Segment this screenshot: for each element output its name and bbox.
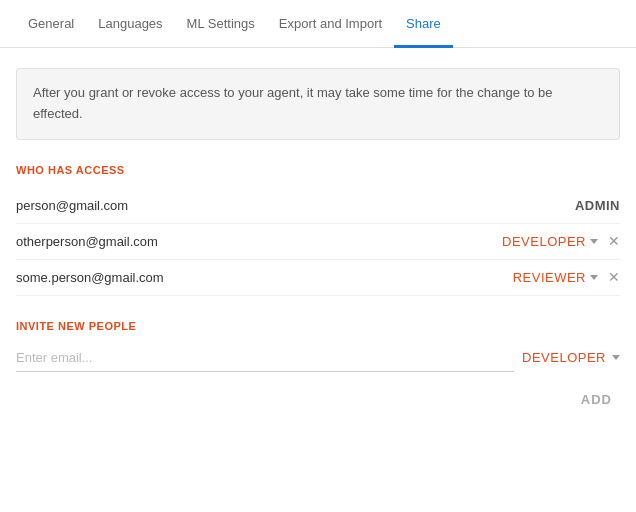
- role-dropdown-reviewer[interactable]: REVIEWER: [513, 270, 598, 285]
- invite-role-text: DEVELOPER: [522, 350, 606, 365]
- access-row: otherperson@gmail.com DEVELOPER ✕: [16, 224, 620, 260]
- add-button[interactable]: ADD: [573, 388, 620, 411]
- role-text-reviewer: REVIEWER: [513, 270, 586, 285]
- access-section-label: WHO HAS ACCESS: [16, 164, 620, 176]
- chevron-down-icon: [590, 239, 598, 244]
- access-row: some.person@gmail.com REVIEWER ✕: [16, 260, 620, 296]
- email-input[interactable]: [16, 344, 514, 372]
- access-role-right: ADMIN: [575, 198, 620, 213]
- remove-button[interactable]: ✕: [608, 270, 620, 284]
- access-email: some.person@gmail.com: [16, 270, 164, 285]
- chevron-down-icon: [612, 355, 620, 360]
- tab-ml-settings[interactable]: ML Settings: [175, 0, 267, 48]
- chevron-down-icon: [590, 275, 598, 280]
- tab-export-import[interactable]: Export and Import: [267, 0, 394, 48]
- invite-section-label: INVITE NEW PEOPLE: [16, 320, 620, 332]
- add-btn-row: ADD: [16, 388, 620, 411]
- invite-row: DEVELOPER: [16, 344, 620, 372]
- access-email: person@gmail.com: [16, 198, 128, 213]
- access-email: otherperson@gmail.com: [16, 234, 158, 249]
- access-role-right: DEVELOPER ✕: [502, 234, 620, 249]
- tab-general[interactable]: General: [16, 0, 86, 48]
- tab-share[interactable]: Share: [394, 0, 453, 48]
- nav-tabs: General Languages ML Settings Export and…: [0, 0, 636, 48]
- access-role-right: REVIEWER ✕: [513, 270, 620, 285]
- tab-languages[interactable]: Languages: [86, 0, 174, 48]
- info-message: After you grant or revoke access to your…: [16, 68, 620, 140]
- access-row: person@gmail.com ADMIN: [16, 188, 620, 224]
- invite-role-dropdown[interactable]: DEVELOPER: [522, 350, 620, 365]
- role-label-admin: ADMIN: [575, 198, 620, 213]
- role-text-developer: DEVELOPER: [502, 234, 586, 249]
- role-dropdown-developer[interactable]: DEVELOPER: [502, 234, 598, 249]
- remove-button[interactable]: ✕: [608, 234, 620, 248]
- main-content: After you grant or revoke access to your…: [0, 48, 636, 431]
- invite-section: INVITE NEW PEOPLE DEVELOPER ADD: [16, 320, 620, 411]
- access-list: WHO HAS ACCESS person@gmail.com ADMIN ot…: [16, 164, 620, 296]
